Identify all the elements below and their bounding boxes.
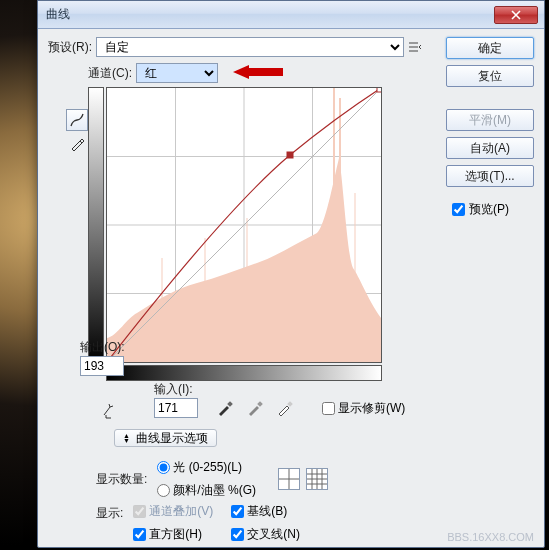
input-gradient[interactable] — [106, 365, 382, 381]
svg-rect-17 — [257, 401, 263, 407]
svg-rect-14 — [287, 152, 293, 158]
show-clipping-label: 显示修剪(W) — [338, 400, 405, 417]
hist-label: 直方图(H) — [149, 526, 202, 543]
ink-radio[interactable] — [157, 484, 170, 497]
show-clipping-checkbox[interactable] — [322, 402, 335, 415]
preset-menu-icon[interactable] — [408, 40, 422, 54]
annotation-arrow-icon — [233, 65, 283, 79]
title-text: 曲线 — [44, 6, 494, 23]
output-label: 输出(O): — [80, 339, 125, 356]
ink-label: 颜料/油墨 %(G) — [173, 482, 256, 499]
disclosure-label: 曲线显示选项 — [136, 430, 208, 447]
preview-label: 预览(P) — [469, 201, 509, 218]
show-label: 显示: — [96, 505, 123, 522]
svg-rect-16 — [227, 401, 233, 407]
options-button[interactable]: 选项(T)... — [446, 165, 534, 187]
curve-tool-icon[interactable] — [66, 109, 88, 131]
auto-button[interactable]: 自动(A) — [446, 137, 534, 159]
svg-rect-18 — [287, 401, 293, 407]
light-radio[interactable] — [157, 461, 170, 474]
intersect-label: 交叉线(N) — [247, 526, 300, 543]
ok-button[interactable]: 确定 — [446, 37, 534, 59]
reset-button[interactable]: 复位 — [446, 65, 534, 87]
output-value[interactable] — [80, 356, 124, 376]
curve-plot[interactable] — [106, 87, 382, 363]
titlebar[interactable]: 曲线 — [38, 1, 544, 29]
input-label: 输入(I): — [154, 381, 198, 398]
black-point-eyedropper-icon[interactable] — [214, 397, 236, 419]
white-point-eyedropper-icon[interactable] — [274, 397, 296, 419]
preset-label: 预设(R): — [48, 39, 92, 56]
overlay-checkbox[interactable] — [133, 505, 146, 518]
channel-label: 通道(C): — [88, 65, 132, 82]
grid-coarse-button[interactable] — [278, 468, 300, 490]
channel-select[interactable]: 红 — [136, 63, 218, 83]
disclosure-arrows-icon: ▲▼ — [123, 433, 130, 443]
overlay-label: 通道叠加(V) — [149, 503, 213, 520]
hist-checkbox[interactable] — [133, 528, 146, 541]
amount-label: 显示数量: — [96, 471, 147, 488]
baseline-label: 基线(B) — [247, 503, 287, 520]
pencil-tool-icon[interactable] — [66, 133, 88, 155]
preview-checkbox[interactable] — [452, 203, 465, 216]
point-sample-tool-icon[interactable] — [100, 399, 122, 424]
svg-rect-15 — [377, 88, 381, 92]
baseline-checkbox[interactable] — [231, 505, 244, 518]
input-value[interactable] — [154, 398, 198, 418]
preset-select[interactable]: 自定 — [96, 37, 404, 57]
light-label: 光 (0-255)(L) — [173, 459, 242, 476]
intersect-checkbox[interactable] — [231, 528, 244, 541]
close-button[interactable] — [494, 6, 538, 24]
curves-dialog: 曲线 预设(R): 自定 通道(C): 红 — [37, 0, 545, 548]
display-options-disclosure[interactable]: ▲▼ 曲线显示选项 — [114, 429, 217, 447]
output-gradient — [88, 87, 104, 363]
watermark-text: BBS.16XX8.COM — [447, 531, 534, 543]
smooth-button[interactable]: 平滑(M) — [446, 109, 534, 131]
grid-fine-button[interactable] — [306, 468, 328, 490]
gray-point-eyedropper-icon[interactable] — [244, 397, 266, 419]
